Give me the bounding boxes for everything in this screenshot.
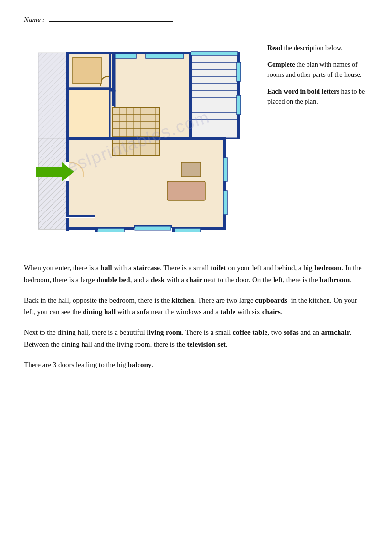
instruction-read-rest: the description below.: [282, 44, 343, 52]
term-staircase: staircase: [133, 264, 160, 272]
floor-plan-container: eslprintables.com: [24, 38, 253, 245]
svg-rect-38: [67, 52, 191, 54]
term-sofas: sofas: [284, 328, 299, 336]
svg-rect-67: [181, 162, 201, 177]
svg-rect-42: [67, 137, 192, 140]
svg-rect-53: [191, 52, 238, 55]
term-hall: hall: [101, 264, 112, 272]
svg-rect-45: [223, 137, 226, 230]
term-chair-1: chair: [186, 276, 202, 284]
term-armchair: armchair: [321, 328, 350, 336]
term-bedroom: bedroom: [314, 264, 341, 272]
svg-rect-50: [174, 228, 201, 232]
term-television-set: television set: [187, 340, 226, 348]
svg-rect-51: [223, 158, 227, 181]
top-section: eslprintables.com Read the description b…: [24, 38, 368, 245]
term-double-bed: double bed: [96, 276, 130, 284]
instruction-bold-words: Each word in bold letters has to be plac…: [267, 86, 368, 106]
svg-rect-52: [223, 191, 227, 215]
svg-rect-65: [172, 227, 175, 232]
svg-rect-61: [109, 52, 111, 90]
paragraph-1: When you enter, there is a hall with a s…: [24, 262, 368, 286]
svg-rect-64: [95, 227, 97, 232]
term-balcony: balcony: [127, 361, 151, 368]
svg-rect-39: [189, 52, 192, 139]
svg-rect-46: [189, 137, 226, 140]
svg-rect-66: [167, 181, 205, 200]
svg-rect-63: [66, 215, 95, 217]
paragraph-3: Next to the dining hall, there is a beau…: [24, 326, 368, 350]
svg-rect-60: [66, 88, 114, 90]
term-chairs: chairs: [262, 308, 281, 316]
svg-rect-37: [67, 88, 110, 138]
name-field-row: Name :: [24, 14, 368, 24]
description-section: When you enter, there is a hall with a s…: [24, 262, 368, 370]
term-bathroom: bathroom: [319, 276, 350, 284]
svg-rect-59: [112, 52, 114, 106]
term-living-room: living room: [147, 328, 181, 336]
term-coffee-table: coffee table: [233, 328, 267, 336]
instruction-read-bold: Read: [267, 44, 282, 52]
term-toilet: toilet: [211, 264, 226, 272]
svg-rect-54: [237, 62, 241, 81]
floor-plan-svg: [24, 38, 253, 243]
term-dining-hall: dining hall: [83, 308, 116, 316]
instruction-complete-bold: Complete: [267, 61, 295, 68]
svg-rect-55: [237, 95, 241, 115]
term-desk: desk: [151, 276, 165, 284]
instruction-read: Read the description below.: [267, 43, 368, 53]
svg-rect-49: [98, 228, 124, 232]
term-cupboards: cupboards: [255, 296, 287, 304]
term-table: table: [221, 308, 236, 316]
svg-rect-68: [73, 57, 101, 84]
term-sofa: sofa: [137, 308, 149, 316]
name-label: Name :: [24, 16, 45, 24]
instruction-complete: Complete the plan with names of rooms an…: [267, 60, 368, 80]
svg-rect-57: [36, 167, 62, 177]
name-input-line[interactable]: [49, 14, 173, 22]
svg-rect-43: [66, 52, 69, 231]
instruction-bold-words-bold: Each word in bold letters: [267, 88, 339, 95]
svg-rect-69: [135, 226, 171, 230]
instructions-panel: Read the description below. Complete the…: [267, 38, 368, 245]
term-kitchen: kitchen: [171, 296, 194, 304]
paragraph-2: Back in the hall, opposite the bedroom, …: [24, 295, 368, 318]
paragraph-4: There are 3 doors leading to the big bal…: [24, 359, 368, 371]
svg-rect-6: [191, 53, 239, 138]
